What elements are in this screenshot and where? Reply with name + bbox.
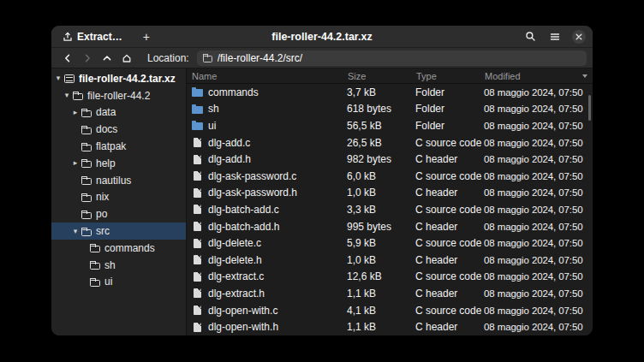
file-type: C source code (415, 170, 484, 182)
search-button[interactable] (522, 29, 538, 45)
file-name: dlg-batch-add.c (208, 204, 279, 216)
expander-icon[interactable] (54, 74, 63, 82)
folder-icon (90, 246, 100, 252)
folder-icon (81, 145, 92, 151)
file-name-cell: dlg-ask-password.h (187, 187, 347, 199)
folder-icon (73, 93, 83, 100)
table-row[interactable]: dlg-batch-add.h 995 bytes C header 08 ma… (187, 218, 593, 235)
expander-icon[interactable] (63, 92, 71, 99)
main-area: file-roller-44.2.tar.xz file-roller-44.2… (51, 68, 593, 335)
sidebar-item-src[interactable]: src (51, 223, 186, 240)
home-button[interactable] (116, 50, 136, 67)
file-name: dlg-delete.h (208, 254, 262, 266)
file-size: 3,7 kB (347, 86, 415, 98)
folder-icon (81, 128, 92, 134)
table-row[interactable]: dlg-extract.h 1,1 kB C header 08 maggio … (187, 285, 593, 302)
tree-item-label: po (96, 208, 107, 220)
table-row[interactable]: dlg-delete.h 1,0 kB C header 08 maggio 2… (187, 252, 593, 269)
file-type: C header (415, 321, 484, 333)
sidebar-item-nautilus[interactable]: nautilus (51, 172, 186, 189)
new-tab-button[interactable]: + (137, 30, 156, 44)
sidebar-item-file-roller-44.2[interactable]: file-roller-44.2 (51, 87, 186, 104)
table-row[interactable]: dlg-extract.c 12,6 kB C source code 08 m… (187, 269, 593, 286)
expander-icon[interactable] (71, 109, 80, 116)
sidebar-item-data[interactable]: data (51, 104, 186, 122)
file-name-cell: sh (187, 103, 347, 115)
sidebar-item-help[interactable]: help (51, 155, 186, 172)
file-name: sh (208, 103, 219, 115)
chevron-left-icon (63, 53, 73, 63)
file-name: commands (208, 86, 259, 98)
location-entry[interactable] (197, 50, 587, 66)
location-input[interactable] (218, 52, 581, 64)
column-header-name[interactable]: Name (187, 71, 347, 81)
tree-item-label: nautilus (96, 175, 131, 187)
file-name-cell: dlg-open-with.c (187, 305, 347, 317)
file-name-cell: dlg-add.h (187, 153, 347, 165)
file-modified: 08 maggio 2024, 07:50 (484, 205, 593, 215)
file-name-cell: commands (187, 86, 347, 98)
file-size: 1,0 kB (347, 187, 415, 199)
vertical-scrollbar[interactable] (588, 95, 591, 121)
expander-icon[interactable] (71, 228, 80, 235)
forward-button[interactable] (77, 50, 97, 67)
archive-icon (64, 74, 75, 83)
sidebar-item-file-roller-44.2.tar.xz[interactable]: file-roller-44.2.tar.xz (51, 70, 186, 87)
file-modified: 08 maggio 2024, 07:50 (484, 87, 593, 98)
column-header-size[interactable]: Size (347, 71, 415, 81)
file-size: 1,1 kB (347, 288, 415, 300)
table-row[interactable]: dlg-add.c 26,5 kB C source code 08 maggi… (187, 134, 593, 151)
folder-icon (81, 212, 92, 219)
table-row[interactable]: dlg-ask-password.h 1,0 kB C header 08 ma… (187, 185, 593, 202)
file-icon (194, 323, 201, 332)
table-row[interactable]: dlg-batch-add.c 3,3 kB C source code 08 … (187, 201, 593, 218)
table-row[interactable]: sh 618 bytes Folder 08 maggio 2024, 07:5… (187, 101, 593, 118)
file-name-cell: dlg-batch-add.h (187, 221, 347, 233)
sidebar-item-nix[interactable]: nix (51, 189, 186, 206)
table-row[interactable]: commands 3,7 kB Folder 08 maggio 2024, 0… (187, 84, 593, 101)
menu-button[interactable] (547, 29, 563, 45)
file-name-cell: dlg-delete.h (187, 254, 347, 266)
table-row[interactable]: dlg-delete.c 5,9 kB C source code 08 mag… (187, 234, 593, 252)
chevron-right-icon (82, 53, 92, 63)
file-name-cell: dlg-add.c (187, 137, 347, 149)
column-header-modified[interactable]: Modified (484, 71, 593, 81)
expander-icon[interactable] (71, 159, 80, 167)
file-icon (194, 222, 201, 231)
sidebar-item-docs[interactable]: docs (51, 121, 186, 138)
file-size: 982 bytes (347, 153, 415, 165)
file-icon (194, 171, 201, 181)
sidebar-item-ui[interactable]: ui (51, 274, 186, 291)
sidebar-item-po[interactable]: po (51, 205, 186, 223)
close-button[interactable] (572, 30, 586, 44)
column-header-type[interactable]: Type (415, 71, 484, 81)
file-modified: 08 maggio 2024, 07:50 (484, 121, 593, 131)
up-button[interactable] (97, 50, 116, 67)
file-size: 6,0 kB (347, 170, 415, 182)
table-row[interactable]: dlg-add.h 982 bytes C header 08 maggio 2… (187, 151, 593, 168)
file-name: dlg-add.h (208, 153, 251, 165)
sidebar-item-flatpak[interactable]: flatpak (51, 138, 186, 155)
sidebar-item-commands[interactable]: commands (51, 240, 186, 257)
column-header-row: Name Size Type Modified (187, 68, 593, 84)
extract-button[interactable]: Extract… (58, 29, 127, 45)
file-size: 618 bytes (347, 103, 415, 115)
tree-item-label: flatpak (96, 140, 126, 152)
file-type: C source code (415, 204, 484, 216)
folder-icon (90, 263, 100, 270)
folder-icon (90, 280, 100, 287)
table-row[interactable]: dlg-ask-password.c 6,0 kB C source code … (187, 168, 593, 185)
sidebar-item-sh[interactable]: sh (51, 257, 186, 274)
file-size: 5,9 kB (347, 237, 415, 249)
file-name: dlg-delete.c (208, 237, 261, 249)
table-row[interactable]: dlg-open-with.h 1,1 kB C header 08 maggi… (187, 318, 593, 335)
table-row[interactable]: ui 56,5 kB Folder 08 maggio 2024, 07:50 (187, 117, 593, 134)
table-row[interactable]: dlg-open-with.c 4,1 kB C source code 08 … (187, 302, 593, 319)
folder-icon (203, 54, 212, 62)
file-name-cell: dlg-batch-add.c (187, 204, 347, 216)
file-type: C source code (415, 270, 484, 282)
back-button[interactable] (57, 50, 77, 67)
file-name: ui (208, 120, 216, 132)
file-name-cell: dlg-extract.c (187, 270, 347, 282)
archive-manager-window: Extract… + file-roller-44.2.tar.xz (51, 26, 593, 335)
